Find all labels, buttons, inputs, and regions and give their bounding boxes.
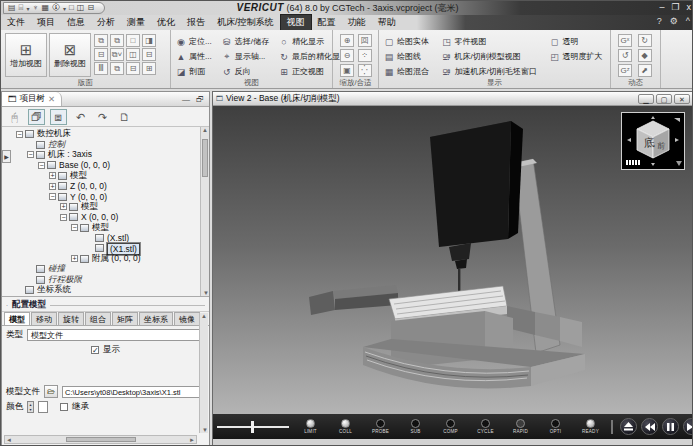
reset-icon[interactable]: ▦ xyxy=(41,4,49,12)
panel-collapse-icon[interactable]: · xyxy=(6,302,8,308)
tab-close-icon[interactable]: ✕ xyxy=(48,94,55,104)
minimize-button[interactable]: – xyxy=(659,2,664,12)
transparency-expand-button[interactable]: ◰透明度扩大 xyxy=(547,49,607,64)
color-swatch[interactable] xyxy=(38,401,48,413)
collapse-ribbon-icon[interactable]: ^ xyxy=(686,16,690,26)
tree-view-icon[interactable]: 🗉 xyxy=(50,109,67,125)
show-axes-button[interactable]: ⌖显示轴... xyxy=(220,49,271,64)
viewport-3d[interactable]: 底 前 xyxy=(213,106,693,414)
add-view-button[interactable]: ⊞ 增加视图 xyxy=(5,33,47,77)
cascade-windows-icon[interactable]: ⧉ xyxy=(94,34,108,47)
menu-function[interactable]: 功能 xyxy=(342,15,372,30)
rewind-button[interactable] xyxy=(641,418,658,435)
tab-model[interactable]: 模型 xyxy=(4,312,30,325)
copy-view-icon[interactable]: ⧉ xyxy=(110,34,124,47)
tab-combine[interactable]: 组合 xyxy=(85,312,111,325)
reverse-button[interactable]: ↺反向 xyxy=(220,64,271,79)
step-button[interactable] xyxy=(683,418,693,435)
fit-all-icon[interactable]: ⁘ xyxy=(358,49,372,62)
dynamic-pan-icon[interactable]: ⬈ xyxy=(638,64,652,77)
menu-optimize[interactable]: 优化 xyxy=(151,15,181,30)
view-minimize-button[interactable]: ▁ xyxy=(638,94,654,104)
attributes-button[interactable]: ▲属性... xyxy=(174,49,214,64)
layout-one-icon[interactable]: □ xyxy=(126,34,140,47)
project-tree-tab[interactable]: 🗔 项目树 ✕ xyxy=(2,92,62,106)
report-panel-icon[interactable]: 🗇 xyxy=(28,109,45,125)
tree-item-y-axis[interactable]: −Y (0, 0, 0) xyxy=(2,191,209,201)
slider-handle[interactable] xyxy=(251,421,254,433)
zoom-out-icon[interactable]: ⊖ xyxy=(340,49,354,62)
transparent-button[interactable]: ◻透明 xyxy=(547,34,607,49)
menu-info[interactable]: 信息 xyxy=(61,15,91,30)
menu-report[interactable]: 报告 xyxy=(181,15,211,30)
panel-expander-button[interactable]: ▶ xyxy=(2,150,11,163)
tree-item-control[interactable]: 控制 xyxy=(2,139,209,149)
section-button[interactable]: ◪剖面 xyxy=(174,64,214,79)
tree-item-model-1[interactable]: +模型 xyxy=(2,171,209,181)
tree-item-model-3[interactable]: −模型 xyxy=(2,223,209,233)
tree-item-model-2[interactable]: +模型 xyxy=(2,202,209,212)
select-store-button[interactable]: ⛁选择/储存 xyxy=(220,34,271,49)
open-project-icon[interactable]: ⌸ xyxy=(19,4,24,12)
tree-item-machine-root[interactable]: −数控机床 xyxy=(2,129,209,139)
stack-views-icon[interactable]: ⧉ xyxy=(110,62,124,75)
tab-mirror[interactable]: 镜像 xyxy=(174,312,200,325)
layout-two-horizontal-icon[interactable]: ⊟ xyxy=(87,4,94,12)
menu-view[interactable]: 视图 xyxy=(280,14,312,31)
part-view-button[interactable]: ◳零件视图 xyxy=(440,34,542,49)
layout-two-vertical-icon[interactable]: ◫ xyxy=(77,4,85,12)
layout-right-pane-icon[interactable]: ◨ xyxy=(142,34,156,47)
config-vscrollbar[interactable]: ▲▼ xyxy=(199,313,208,433)
layout-split-right-icon[interactable]: ◫ xyxy=(126,48,140,61)
tree-item-coord-systems[interactable]: 坐标系统 xyxy=(2,285,209,295)
tree-item-base[interactable]: −Base (0, 0, 0) xyxy=(2,160,209,170)
delete-view-button[interactable]: ⊠ 删除视图 xyxy=(49,33,91,77)
tab-move[interactable]: 移动 xyxy=(31,312,57,325)
panel-minimize-icon[interactable]: — xyxy=(182,95,190,104)
draw-mixed-button[interactable]: ▦绘图混合 xyxy=(382,64,434,79)
tree-scrollbar[interactable]: ▲▼ xyxy=(200,127,209,296)
info-caret-icon[interactable]: ▾ xyxy=(63,5,66,12)
view-title-bar[interactable]: 🗔 View 2 - Base (机床/切削模型) ▁ ▢ ✕ xyxy=(213,92,693,106)
browse-file-button[interactable]: 🗁 xyxy=(44,385,58,398)
rotate-y-icon[interactable]: ↺ xyxy=(618,49,632,62)
nav-cube[interactable]: 底 前 xyxy=(621,112,685,170)
open-caret-icon[interactable]: ▾ xyxy=(26,5,29,12)
redo-icon[interactable]: ↷ xyxy=(94,109,111,125)
tree-item-attach[interactable]: +附属 (0, 0, 0) xyxy=(2,254,209,264)
close-button[interactable]: x xyxy=(687,2,692,12)
tile-horizontal-icon[interactable]: ⊟ xyxy=(94,48,108,61)
view-close-button[interactable]: ✕ xyxy=(674,94,690,104)
inherit-checkbox[interactable] xyxy=(60,403,68,411)
pause-button[interactable] xyxy=(662,418,679,435)
config-hscrollbar[interactable]: ◄► xyxy=(4,435,197,444)
speed-slider[interactable] xyxy=(217,420,289,434)
new-project-icon[interactable]: ▤ xyxy=(8,4,16,12)
position-button[interactable]: ◉定位... xyxy=(174,34,214,49)
tab-matrix[interactable]: 矩阵 xyxy=(112,312,138,325)
tile-columns-icon[interactable]: Ⅲ xyxy=(94,62,108,75)
model-file-field[interactable]: C:\Users\yt08\Desktop\3axis\X1.stl xyxy=(62,386,205,398)
rotate-z-icon[interactable]: Gᶻ xyxy=(618,64,632,77)
menu-configure[interactable]: 配置 xyxy=(312,15,342,30)
fit-view-icon[interactable]: 回 xyxy=(358,34,372,47)
layout-two-rows-icon[interactable]: ⊟ xyxy=(126,62,140,75)
draw-lines-button[interactable]: ▤绘图线 xyxy=(382,49,434,64)
tree-item-travel-limits[interactable]: 行程极限 xyxy=(2,274,209,284)
zoom-window-icon[interactable]: ▣ xyxy=(340,64,354,77)
save-icon[interactable]: ♆ xyxy=(32,4,38,12)
layout-bottom-pane-icon[interactable]: ⊟ xyxy=(142,48,156,61)
display-checkbox[interactable]: ✓ xyxy=(91,346,99,354)
tree-item-machine[interactable]: −机床 : 3axis xyxy=(2,150,209,160)
menu-analysis[interactable]: 分析 xyxy=(91,15,121,30)
tree-item-x-stl[interactable]: (X.stl) xyxy=(2,233,209,243)
tab-csys[interactable]: 坐标系 xyxy=(139,312,173,325)
mouse-mode-icon[interactable]: 🖰 xyxy=(6,109,23,125)
help-icon[interactable]: ? xyxy=(657,16,662,26)
menu-project[interactable]: 项目 xyxy=(31,15,61,30)
zoom-in-icon[interactable]: ⊕ xyxy=(340,34,354,47)
spin-icon[interactable]: ↻ xyxy=(638,34,652,47)
menu-measure[interactable]: 测量 xyxy=(121,15,151,30)
menu-help[interactable]: 帮助 xyxy=(372,15,402,30)
layout-grid-icon[interactable]: ⊞ xyxy=(142,62,156,75)
